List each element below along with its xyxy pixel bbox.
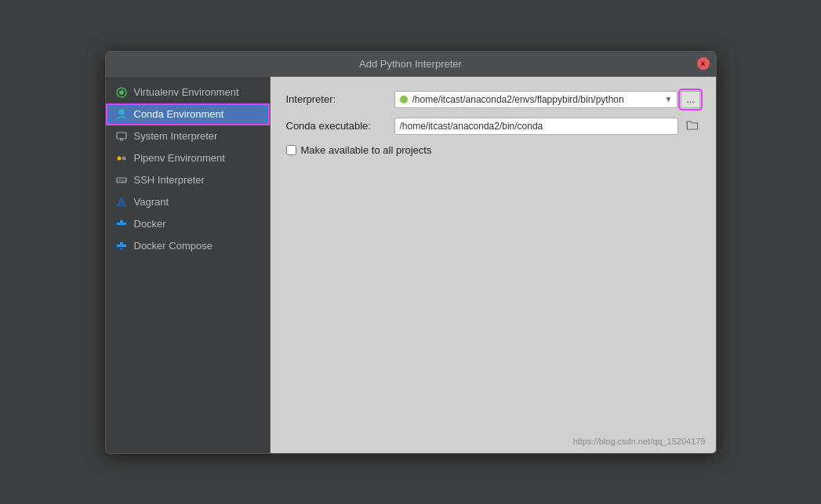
svg-rect-19: [120, 242, 123, 245]
sidebar-item-label: SSH Interpreter: [134, 174, 205, 186]
svg-rect-18: [123, 245, 126, 247]
sidebar-item-label: System Interpreter: [134, 130, 218, 142]
conda-exec-path-text: /home/itcast/anaconda2/bin/conda: [400, 121, 673, 132]
ssh-icon: SSH: [115, 174, 128, 187]
close-button[interactable]: ×: [697, 57, 710, 70]
sidebar-item-virtualenv[interactable]: Virtualenv Environment: [106, 82, 270, 103]
sidebar-item-label: Vagrant: [134, 196, 169, 208]
make-available-label[interactable]: Make available to all projects: [301, 144, 432, 156]
svg-point-7: [122, 156, 125, 160]
svg-rect-13: [120, 223, 123, 225]
virtualenv-icon: [115, 86, 128, 99]
sidebar-item-system[interactable]: System Interpreter: [106, 125, 270, 147]
svg-text:V: V: [120, 200, 124, 205]
system-icon: [115, 130, 128, 143]
conda-exec-label: Conda executable:: [286, 120, 388, 132]
svg-rect-14: [123, 223, 126, 225]
dialog-title: Add Python Interpreter: [359, 58, 462, 70]
svg-point-1: [119, 90, 124, 95]
dropdown-arrow-icon: ▼: [665, 95, 673, 103]
interpreter-select[interactable]: /home/itcast/anaconda2/envs/flappybird/b…: [394, 91, 678, 108]
vagrant-icon: V: [115, 196, 128, 208]
title-bar: Add Python Interpreter ×: [106, 52, 716, 77]
content-area: Interpreter: /home/itcast/anaconda2/envs…: [271, 77, 716, 453]
sidebar-item-label: Conda Environment: [134, 108, 224, 120]
make-available-checkbox[interactable]: [286, 145, 296, 155]
sidebar: Virtualenv Environment Conda Environment: [106, 77, 271, 453]
interpreter-select-row: /home/itcast/anaconda2/envs/flappybird/b…: [394, 91, 700, 108]
sidebar-item-conda[interactable]: Conda Environment: [106, 103, 270, 125]
watermark: https://blog.csdn.net/qq_15204179: [573, 437, 706, 446]
folder-browse-button[interactable]: [685, 119, 700, 132]
sidebar-item-ssh[interactable]: SSH SSH Interpreter: [106, 169, 270, 191]
sidebar-item-docker[interactable]: Docker: [106, 213, 270, 235]
interpreter-row: Interpreter: /home/itcast/anaconda2/envs…: [286, 91, 700, 108]
add-python-interpreter-dialog: Add Python Interpreter × Virtualenv Envi…: [105, 51, 717, 454]
sidebar-item-vagrant[interactable]: V Vagrant: [106, 191, 270, 213]
svg-rect-16: [117, 245, 120, 247]
svg-point-2: [118, 109, 124, 114]
sidebar-item-pipenv[interactable]: Pipenv Environment: [106, 147, 270, 169]
dialog-body: Virtualenv Environment Conda Environment: [106, 77, 716, 453]
interpreter-status-dot: [400, 96, 408, 103]
conda-exec-row: Conda executable: /home/itcast/anaconda2…: [286, 118, 700, 135]
interpreter-label: Interpreter:: [286, 93, 388, 105]
pipenv-icon: [115, 152, 128, 165]
svg-point-6: [117, 156, 121, 160]
conda-icon: [115, 108, 128, 121]
docker-compose-icon: [115, 240, 128, 252]
sidebar-item-label: Pipenv Environment: [134, 152, 225, 164]
interpreter-path-text: /home/itcast/anaconda2/envs/flappybird/b…: [412, 94, 660, 105]
svg-rect-15: [120, 220, 123, 223]
sidebar-item-docker-compose[interactable]: Docker Compose: [106, 235, 270, 257]
sidebar-item-label: Docker Compose: [134, 240, 213, 252]
conda-exec-input[interactable]: /home/itcast/anaconda2/bin/conda: [394, 118, 678, 135]
svg-rect-12: [117, 223, 120, 225]
svg-text:SSH: SSH: [118, 178, 126, 183]
svg-rect-3: [117, 132, 126, 139]
make-available-row: Make available to all projects: [286, 144, 700, 156]
ellipsis-button[interactable]: ...: [681, 91, 699, 108]
sidebar-item-label: Virtualenv Environment: [134, 86, 239, 98]
docker-icon: [115, 218, 128, 230]
sidebar-item-label: Docker: [134, 218, 166, 230]
svg-rect-17: [120, 245, 123, 247]
